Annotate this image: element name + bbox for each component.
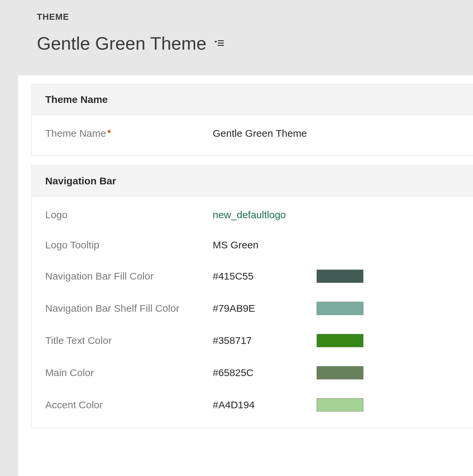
field-label: Logo	[45, 209, 213, 221]
panel-theme-name: Theme Name Theme Name* Gentle Green Them…	[31, 84, 473, 156]
field-row-logo-tooltip: Logo Tooltip MS Green	[32, 230, 473, 260]
svg-rect-1	[218, 40, 224, 41]
field-label: Title Text Color	[45, 335, 213, 346]
field-label: Theme Name*	[45, 128, 213, 139]
field-row-title-text-color: Title Text Color #358717	[32, 324, 473, 357]
field-row-accent-color: Accent Color #A4D194	[32, 389, 473, 421]
breadcrumb[interactable]: THEME	[37, 12, 473, 22]
field-row-nav-shelf-fill: Navigation Bar Shelf Fill Color #79AB9E	[32, 292, 473, 324]
panel-title: Theme Name	[45, 94, 460, 105]
page-header: THEME Gentle Green Theme	[0, 0, 473, 75]
logo-value-link[interactable]: new_defaultlogo	[213, 209, 317, 221]
accent-color-swatch[interactable]	[317, 398, 363, 412]
main-color-input[interactable]: #65825C	[213, 367, 317, 378]
form-selector-icon[interactable]	[214, 40, 224, 47]
required-asterisk: *	[108, 128, 111, 138]
nav-shelf-color-swatch[interactable]	[317, 302, 363, 315]
field-row-main-color: Main Color #65825C	[32, 357, 473, 389]
field-label: Navigation Bar Fill Color	[45, 271, 213, 282]
field-row-logo: Logo new_defaultlogo	[32, 200, 473, 230]
field-label: Main Color	[45, 367, 213, 378]
field-label: Logo Tooltip	[45, 239, 213, 251]
panel-header-navigation-bar[interactable]: Navigation Bar	[32, 166, 473, 196]
field-row-theme-name: Theme Name* Gentle Green Theme	[32, 118, 473, 148]
accent-color-input[interactable]: #A4D194	[213, 399, 317, 411]
content-area: Theme Name Theme Name* Gentle Green Them…	[18, 75, 473, 476]
field-label: Accent Color	[45, 399, 213, 411]
theme-name-input[interactable]: Gentle Green Theme	[213, 128, 409, 139]
panel-header-theme-name[interactable]: Theme Name	[32, 84, 473, 115]
field-row-nav-fill: Navigation Bar Fill Color #415C55	[32, 260, 473, 292]
title-text-color-swatch[interactable]	[317, 334, 363, 347]
page-title: Gentle Green Theme	[37, 33, 206, 54]
logo-tooltip-input[interactable]: MS Green	[213, 239, 317, 251]
svg-marker-0	[214, 41, 217, 43]
svg-rect-2	[218, 43, 224, 44]
panel-navigation-bar: Navigation Bar Logo new_defaultlogo Logo…	[31, 166, 473, 428]
field-label: Navigation Bar Shelf Fill Color	[45, 303, 213, 314]
svg-rect-3	[218, 45, 224, 46]
nav-fill-color-input[interactable]: #415C55	[213, 271, 317, 282]
title-text-color-input[interactable]: #358717	[213, 335, 317, 346]
page-title-row: Gentle Green Theme	[37, 33, 473, 54]
nav-fill-color-swatch[interactable]	[317, 270, 363, 283]
panel-title: Navigation Bar	[45, 175, 460, 187]
main-color-swatch[interactable]	[317, 366, 363, 379]
nav-shelf-color-input[interactable]: #79AB9E	[213, 303, 317, 314]
